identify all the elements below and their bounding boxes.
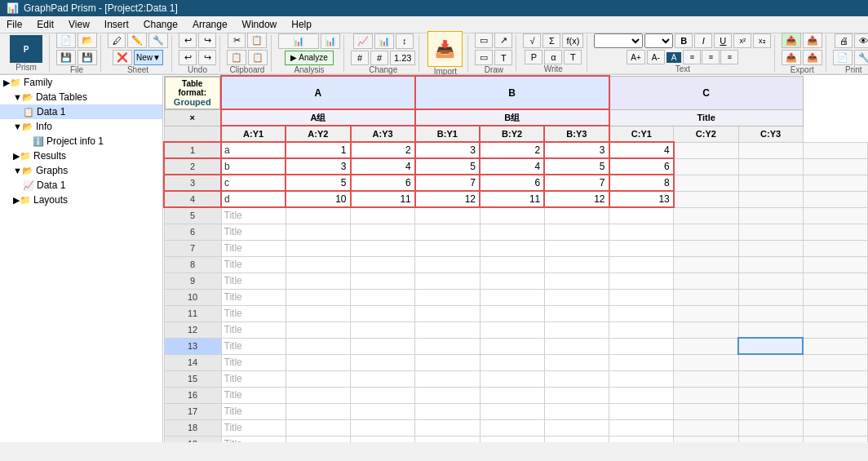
print-btn3[interactable]: 📄	[833, 50, 852, 65]
cell-11-cy2[interactable]	[738, 305, 803, 321]
cell-8-by1[interactable]	[480, 256, 544, 273]
cell-10-by1[interactable]	[480, 289, 544, 305]
cell-4-by1[interactable]: 11	[480, 191, 544, 207]
cell-4-ay2[interactable]: 11	[351, 191, 415, 207]
col-ay1[interactable]: A:Y1	[221, 126, 286, 142]
cell-6-ay3[interactable]	[415, 224, 480, 240]
cell-7-by2[interactable]	[544, 240, 609, 256]
row-title-8[interactable]: Title	[221, 256, 286, 273]
sidebar-item-graphs[interactable]: ▼📂 Graphs	[0, 163, 162, 178]
write-btn5[interactable]: α	[544, 50, 562, 64]
cell-7-ay1[interactable]	[286, 240, 350, 256]
cell-17-ay1[interactable]	[286, 403, 350, 419]
cell-17-ay3[interactable]	[415, 403, 480, 419]
cell-18-cy1[interactable]	[674, 419, 738, 436]
cell-3-by2[interactable]: 7	[544, 175, 609, 191]
cell-16-by3[interactable]	[609, 387, 674, 403]
row-title-9[interactable]: Title	[221, 273, 286, 289]
cell-15-ay1[interactable]	[286, 370, 350, 387]
cell-7-cy2[interactable]	[738, 240, 803, 256]
cell-2-by1[interactable]: 4	[480, 158, 544, 175]
cell-9-by3[interactable]	[609, 273, 674, 289]
cell-2-cy3[interactable]	[803, 158, 867, 175]
cell-18-cy3[interactable]	[803, 419, 867, 436]
row-title-11[interactable]: Title	[221, 305, 286, 321]
cell-1-cy1[interactable]	[674, 142, 738, 158]
cell-1-cy2[interactable]	[738, 142, 803, 158]
cell-13-cy1[interactable]	[674, 338, 738, 354]
cell-16-cy2[interactable]	[738, 387, 803, 403]
cell-12-by3[interactable]	[609, 321, 674, 338]
write-btn2[interactable]: Σ	[542, 33, 560, 48]
col-ay3[interactable]: A:Y3	[351, 126, 415, 142]
print-btn1[interactable]: 🖨	[835, 33, 852, 48]
cell-7-by3[interactable]	[609, 240, 674, 256]
cell-19-by1[interactable]	[480, 436, 544, 442]
cell-9-cy1[interactable]	[674, 273, 738, 289]
export-btn1[interactable]: 📤	[782, 33, 801, 48]
clipboard-btn1[interactable]: 📋	[227, 50, 246, 65]
cell-16-by1[interactable]	[480, 387, 544, 403]
cell-15-by3[interactable]	[609, 370, 674, 387]
cell-10-ay2[interactable]	[351, 289, 415, 305]
cell-5-by3[interactable]	[609, 207, 674, 224]
cell-16-cy3[interactable]	[803, 387, 867, 403]
cell-4-cy1[interactable]	[674, 191, 738, 207]
menu-arrange[interactable]: Arrange	[189, 18, 231, 31]
sidebar-item-results[interactable]: ▶📁 Results	[0, 148, 162, 163]
font-size-select[interactable]	[644, 33, 673, 48]
cell-18-ay1[interactable]	[286, 419, 350, 436]
cell-6-cy1[interactable]	[674, 224, 738, 240]
export-btn3[interactable]: 📤	[782, 50, 801, 65]
underline-btn[interactable]: U	[714, 33, 732, 48]
cell-19-cy3[interactable]	[803, 436, 867, 442]
cell-18-ay2[interactable]	[351, 419, 415, 436]
open-btn[interactable]: 📂	[78, 33, 97, 48]
cell-6-cy2[interactable]	[738, 224, 803, 240]
cell-19-ay3[interactable]	[415, 436, 480, 442]
cell-9-by2[interactable]	[544, 273, 609, 289]
cell-15-by1[interactable]	[480, 370, 544, 387]
cell-6-by3[interactable]	[609, 224, 674, 240]
cell-12-by1[interactable]	[480, 321, 544, 338]
cell-18-by2[interactable]	[544, 419, 609, 436]
new-file-btn[interactable]: 📄	[56, 33, 76, 48]
row-title-15[interactable]: Title	[221, 370, 286, 387]
cell-18-by1[interactable]	[480, 419, 544, 436]
cell-14-by3[interactable]	[609, 354, 674, 370]
cell-11-cy3[interactable]	[803, 305, 867, 321]
cell-11-by1[interactable]	[480, 305, 544, 321]
cell-18-ay3[interactable]	[415, 419, 480, 436]
cell-10-ay1[interactable]	[286, 289, 350, 305]
cell-12-by2[interactable]	[544, 321, 609, 338]
save-as-btn[interactable]: 💾	[78, 50, 97, 65]
row-title-3[interactable]: c	[221, 175, 286, 191]
cell-9-ay2[interactable]	[351, 273, 415, 289]
cell-4-ay3[interactable]: 12	[415, 191, 480, 207]
cell-17-by1[interactable]	[480, 403, 544, 419]
import-btn[interactable]: 📥	[427, 31, 463, 67]
cell-8-cy1[interactable]	[674, 256, 738, 273]
cell-16-by2[interactable]	[544, 387, 609, 403]
cell-12-cy1[interactable]	[674, 321, 738, 338]
cell-15-cy1[interactable]	[674, 370, 738, 387]
col-by1[interactable]: B:Y1	[415, 126, 480, 142]
sheet-btn4[interactable]: ❌	[113, 50, 132, 65]
cell-10-cy1[interactable]	[674, 289, 738, 305]
write-btn4[interactable]: P	[525, 50, 542, 64]
cell-5-cy1[interactable]	[674, 207, 738, 224]
cell-16-ay3[interactable]	[415, 387, 480, 403]
cell-12-ay3[interactable]	[415, 321, 480, 338]
cell-1-ay2[interactable]: 2	[351, 142, 415, 158]
cell-19-by3[interactable]	[609, 436, 674, 442]
write-btn6[interactable]: T	[564, 50, 582, 64]
cell-8-cy3[interactable]	[803, 256, 867, 273]
cell-13-ay3[interactable]	[415, 338, 480, 354]
row-title-13[interactable]: Title	[221, 338, 286, 354]
cell-5-ay2[interactable]	[351, 207, 415, 224]
cell-17-by2[interactable]	[544, 403, 609, 419]
cell-8-cy2[interactable]	[738, 256, 803, 273]
bold-btn[interactable]: B	[675, 33, 693, 48]
cell-2-by3[interactable]: 6	[609, 158, 674, 175]
cell-14-by2[interactable]	[544, 354, 609, 370]
